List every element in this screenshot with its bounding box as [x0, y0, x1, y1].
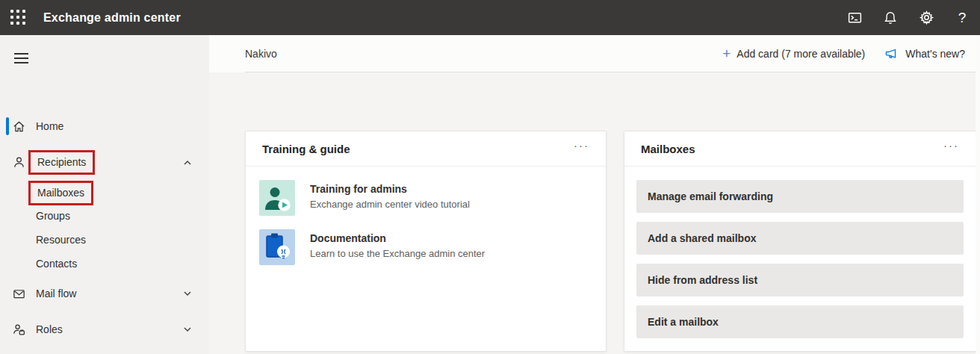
whats-new-button[interactable]: What's new? — [884, 47, 965, 60]
person-icon — [12, 155, 26, 170]
sidebar-item-groups[interactable]: Groups — [0, 205, 209, 226]
item-title: Documentation — [310, 232, 485, 244]
gear-icon — [919, 10, 934, 25]
documentation-lightbulb-tile-icon — [259, 229, 295, 265]
sidebar-item-label: Home — [36, 120, 63, 132]
sidebar-item-label: Groups — [36, 210, 70, 222]
sidebar-item-roles[interactable]: Roles — [0, 319, 209, 340]
person-briefcase-icon — [12, 323, 26, 337]
terminal-window-icon — [847, 10, 863, 25]
help-icon: ? — [958, 10, 967, 26]
item-subtitle: Learn to use the Exchange admin center — [310, 248, 485, 259]
sidebar-item-label: Mailboxes — [37, 187, 84, 199]
add-shared-mailbox-button[interactable]: Add a shared mailbox — [636, 222, 964, 255]
home-icon — [12, 119, 26, 134]
item-subtitle: Exchange admin center video tutorial — [310, 199, 470, 210]
notifications-button[interactable] — [872, 0, 908, 35]
documentation-item[interactable]: Documentation Learn to use the Exchange … — [259, 229, 589, 265]
sidebar-item-mail-flow[interactable]: Mail flow — [0, 283, 209, 304]
mailboxes-card: Mailboxes ··· Manage email forwarding Ad… — [624, 131, 976, 352]
page-scrollbar[interactable] — [976, 35, 980, 354]
more-options-icon[interactable]: ··· — [943, 142, 959, 155]
training-for-admins-item[interactable]: Training for admins Exchange admin cente… — [259, 180, 589, 216]
dashboard-main: Training & guide ··· Training for admins… — [209, 72, 980, 354]
topbar-actions: ? — [837, 0, 980, 35]
settings-button[interactable] — [908, 0, 944, 35]
admin-shell-button[interactable] — [837, 0, 872, 35]
chevron-up-icon[interactable] — [182, 158, 193, 168]
card-title: Training & guide — [262, 143, 350, 155]
nav-collapse-button[interactable] — [6, 45, 36, 72]
app-title: Exchange admin center — [43, 11, 181, 25]
app-launcher-grid-icon — [10, 10, 26, 25]
sidebar-item-label: Contacts — [36, 258, 77, 270]
mail-envelope-icon — [12, 287, 26, 301]
bell-icon — [883, 10, 898, 25]
whats-new-label: What's new? — [905, 48, 965, 60]
card-header: Training & guide ··· — [246, 131, 606, 167]
plus-icon: + — [722, 46, 731, 60]
video-training-tile-icon — [259, 180, 295, 216]
exchange-admin-center-window: Exchange admin center — [0, 0, 980, 354]
sidebar-item-label: Roles — [36, 323, 63, 335]
recipients-annotation-box: Recipients — [28, 150, 95, 175]
card-title: Mailboxes — [641, 143, 695, 155]
sidebar-item-home[interactable]: Home — [0, 116, 209, 137]
mailboxes-annotation-box: Mailboxes — [28, 181, 93, 205]
sidebar-item-label: Recipients — [37, 156, 86, 168]
chevron-down-icon[interactable] — [182, 324, 193, 335]
topbar: Exchange admin center — [0, 0, 980, 35]
selected-indicator — [6, 117, 9, 135]
sidebar-item-label: Resources — [36, 234, 86, 246]
sidebar-nav: Home Recipients Mailboxes Grou — [0, 35, 209, 354]
mailbox-actions: Manage email forwarding Add a shared mai… — [624, 167, 976, 338]
page-header: Nakivo + Add card (7 more available) Wha… — [209, 35, 980, 72]
sidebar-item-recipients[interactable]: Recipients — [0, 150, 209, 175]
sidebar-item-mailboxes[interactable]: Mailboxes — [0, 181, 209, 205]
hamburger-menu-icon — [14, 50, 28, 66]
sidebar-item-resources[interactable]: Resources — [0, 229, 209, 250]
help-button[interactable]: ? — [944, 0, 980, 35]
header-actions: + Add card (7 more available) What's new… — [722, 46, 976, 60]
card-header: Mailboxes ··· — [624, 131, 976, 167]
sidebar-item-label: Mail flow — [36, 288, 76, 299]
hide-from-address-list-button[interactable]: Hide from address list — [636, 264, 964, 296]
app-launcher-button[interactable] — [0, 0, 36, 35]
chevron-down-icon[interactable] — [182, 288, 193, 299]
training-guide-card: Training & guide ··· Training for admins… — [245, 131, 607, 352]
add-card-label: Add card (7 more available) — [736, 48, 865, 60]
breadcrumb: Nakivo — [245, 48, 277, 60]
sidebar-item-contacts[interactable]: Contacts — [0, 253, 209, 274]
add-card-button[interactable]: + Add card (7 more available) — [722, 46, 865, 60]
item-title: Training for admins — [310, 183, 470, 195]
more-options-icon[interactable]: ··· — [574, 142, 589, 155]
edit-mailbox-button[interactable]: Edit a mailbox — [636, 305, 964, 338]
manage-email-forwarding-button[interactable]: Manage email forwarding — [636, 180, 964, 213]
megaphone-icon — [884, 47, 899, 60]
